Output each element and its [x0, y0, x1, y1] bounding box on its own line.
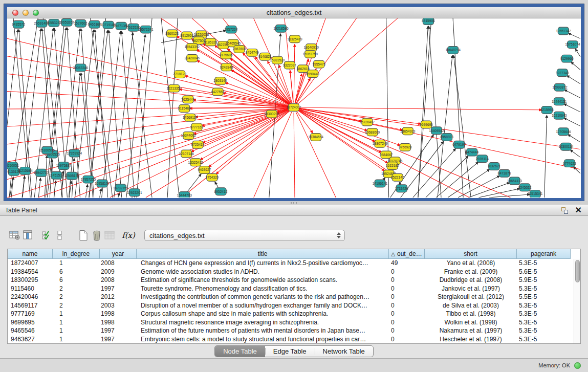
red-edge[interactable] — [296, 112, 336, 198]
table-cell: 14569117 — [8, 301, 53, 310]
graph-node-label: 13525412 — [188, 161, 204, 164]
graph-node-label: 1615182 — [386, 164, 399, 167]
black-edge[interactable] — [23, 176, 25, 198]
table-cell: 5.3E-5 — [517, 318, 571, 327]
scrollbar-thumb[interactable] — [575, 260, 580, 282]
status-bar: Memory: OK — [0, 358, 588, 372]
black-edge[interactable] — [86, 184, 88, 198]
black-edge[interactable] — [102, 31, 121, 198]
network-canvas[interactable]: 1872400789601238912954182260589827509165… — [7, 18, 581, 198]
column-header-year[interactable]: year — [100, 249, 137, 259]
red-edge[interactable] — [7, 108, 289, 179]
table-cell: 2 — [53, 285, 100, 293]
float-panel-icon[interactable] — [561, 207, 568, 214]
delete-icon[interactable] — [90, 229, 103, 242]
network-window-titlebar[interactable]: citations_edges.txt — [7, 7, 581, 18]
black-edge[interactable] — [568, 134, 580, 142]
table-scrollbar[interactable] — [574, 259, 580, 343]
graph-node-label: 12107146 — [179, 152, 194, 156]
red-edge[interactable] — [225, 82, 289, 105]
black-edge[interactable] — [130, 18, 152, 198]
red-edge[interactable] — [254, 112, 292, 198]
red-edge[interactable] — [110, 110, 289, 198]
black-edge[interactable] — [564, 104, 580, 112]
table-row[interactable]: 977716911998Corpus callosum shape and si… — [8, 310, 575, 318]
red-edge[interactable] — [7, 38, 289, 106]
black-edge[interactable] — [448, 169, 490, 198]
new-object-icon[interactable] — [77, 229, 90, 242]
black-edge[interactable] — [418, 18, 431, 198]
graph-node-label: 10688609 — [365, 130, 380, 134]
table-row[interactable]: 969969511998Structural magnetic resonanc… — [8, 318, 575, 327]
table-row[interactable]: 946554611997Estimation of the future num… — [8, 326, 575, 335]
graph-node-label: 11215684 — [18, 169, 33, 172]
table-cell: 1 — [53, 326, 100, 335]
import-table-icon — [103, 229, 117, 242]
black-edge[interactable] — [570, 150, 580, 158]
red-edge[interactable] — [299, 108, 580, 169]
black-edge[interactable] — [567, 75, 580, 83]
graph-node-label: 9227343 — [556, 71, 569, 75]
black-edge[interactable] — [575, 49, 580, 56]
close-panel-icon[interactable]: ✕ — [575, 206, 582, 214]
tab-edge-table[interactable]: Edge Table — [265, 346, 315, 357]
black-edge[interactable] — [100, 188, 101, 198]
black-edge[interactable] — [564, 90, 580, 98]
select-all-icon[interactable] — [40, 229, 53, 242]
function-builder-icon[interactable]: f(x) — [122, 229, 135, 242]
column-header-out_de[interactable]: △out_de… — [389, 249, 425, 259]
black-edge[interactable] — [564, 118, 580, 126]
red-edge[interactable] — [298, 110, 510, 198]
graph-node-label: 19572241 — [138, 28, 154, 31]
table-row[interactable]: 946362711997Embryonic stem cells: a mode… — [8, 335, 575, 344]
black-edge[interactable] — [429, 26, 441, 198]
red-edge[interactable] — [7, 107, 289, 109]
red-edge[interactable] — [294, 113, 295, 198]
graph-node-label: 7832621 — [488, 164, 501, 168]
table-cell: 0 — [389, 268, 425, 276]
table-row[interactable]: 2242004622012Investigating the contribut… — [8, 293, 575, 301]
graph-node-label: 16515341 — [528, 192, 543, 196]
column-header-title[interactable]: title — [137, 249, 389, 259]
splitter-grip-icon — [291, 202, 298, 204]
column-header-name[interactable]: name — [8, 249, 53, 259]
black-edge[interactable] — [438, 55, 452, 198]
black-edge[interactable] — [75, 30, 94, 198]
column-header-short[interactable]: short — [425, 249, 517, 259]
black-edge[interactable] — [453, 18, 463, 198]
black-edge[interactable] — [573, 167, 580, 173]
column-header-in_degree[interactable]: in_degree — [53, 249, 100, 259]
sort-ascending-icon: △ — [391, 251, 395, 257]
black-edge[interactable] — [571, 62, 580, 70]
red-edge[interactable] — [297, 18, 357, 103]
black-edge[interactable] — [436, 162, 478, 198]
red-edge[interactable] — [294, 44, 295, 102]
black-edge[interactable] — [383, 178, 385, 180]
select-columns-icon[interactable] — [21, 229, 35, 242]
table-row[interactable]: 1456911722003Disruption of a novel membe… — [8, 301, 575, 310]
black-edge[interactable] — [215, 182, 219, 187]
deselect-all-icon[interactable] — [53, 229, 67, 242]
table-row[interactable]: 911546021997Tourette syndrome. Phenomeno… — [8, 285, 575, 293]
panel-splitter[interactable] — [0, 201, 588, 205]
graph-node-label: 6550051 — [7, 164, 19, 167]
table-cell: 49 — [389, 259, 425, 268]
black-edge[interactable] — [568, 33, 580, 39]
table-row[interactable]: 1938455462009Genome-wide association stu… — [8, 268, 575, 276]
red-edge[interactable] — [299, 107, 542, 110]
black-edge[interactable] — [187, 174, 201, 192]
black-edge[interactable] — [545, 115, 547, 198]
table-row[interactable]: 1872400712008Changes of HCN gene express… — [8, 259, 575, 268]
black-edge[interactable] — [91, 18, 113, 198]
black-edge[interactable] — [399, 182, 400, 184]
table-row[interactable]: 1830029562008Estimation of significance … — [8, 276, 575, 285]
tab-network-table[interactable]: Network Table — [315, 346, 373, 357]
black-edge[interactable] — [132, 197, 133, 198]
black-edge[interactable] — [90, 18, 106, 198]
red-edge[interactable] — [146, 110, 290, 198]
tab-node-table[interactable]: Node Table — [215, 346, 265, 357]
table-selector-dropdown[interactable]: citations_edges.txt — [144, 230, 345, 241]
column-header-pagerank[interactable]: pagerank — [517, 249, 571, 259]
table-settings-icon[interactable] — [8, 229, 21, 242]
black-edge[interactable] — [108, 30, 121, 198]
